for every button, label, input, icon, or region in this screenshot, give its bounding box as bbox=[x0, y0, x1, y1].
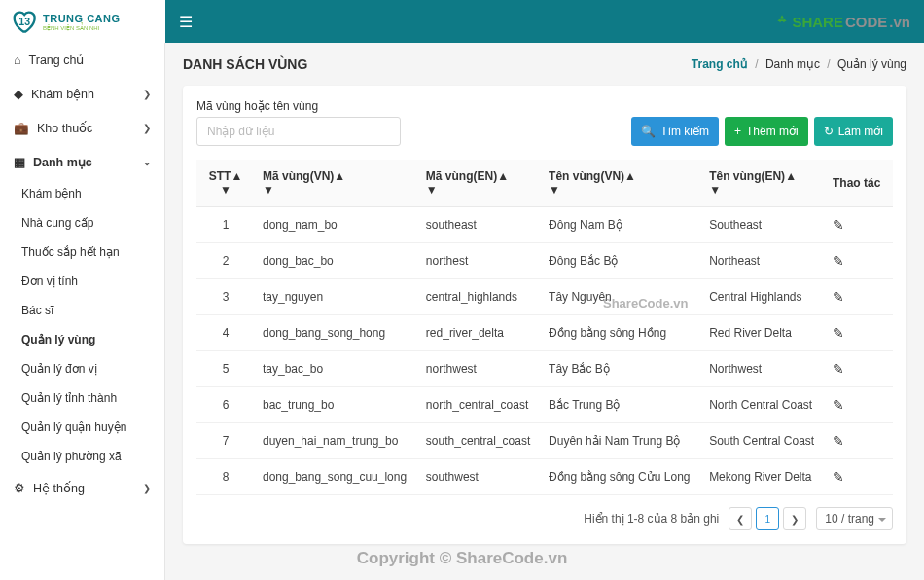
add-button[interactable]: +Thêm mới bbox=[725, 117, 808, 146]
edit-icon[interactable]: ✎ bbox=[833, 217, 844, 233]
cell-stt: 8 bbox=[196, 459, 255, 495]
cell-name-en: Mekong River Delta bbox=[701, 459, 825, 495]
cell-name-vn: Tây Bắc Bộ bbox=[541, 351, 701, 387]
chevron-down-icon: ⌄ bbox=[143, 157, 151, 167]
sidebar-sub-2[interactable]: Thuốc sắp hết hạn bbox=[0, 237, 164, 267]
cell-stt: 5 bbox=[196, 351, 255, 387]
sidebar-sub-7[interactable]: Quản lý tỉnh thành bbox=[0, 383, 164, 413]
pager-next[interactable]: ❯ bbox=[783, 507, 806, 530]
sidebar-item-0[interactable]: ⌂Trang chủ bbox=[0, 43, 164, 77]
cell-code-en: northwest bbox=[418, 351, 541, 387]
edit-icon[interactable]: ✎ bbox=[833, 397, 844, 413]
page-title: DANH SÁCH VÙNG bbox=[183, 56, 307, 72]
sidebar-sub-0[interactable]: Khám bệnh bbox=[0, 179, 164, 208]
cell-code-en: southeast bbox=[418, 207, 541, 243]
sidebar-item-2[interactable]: 💼Kho thuốc❯ bbox=[0, 111, 164, 145]
cell-code-en: red_river_delta bbox=[418, 315, 541, 351]
cell-name-vn: Tây Nguyên bbox=[541, 279, 701, 315]
sidebar-item-1[interactable]: ◆Khám bệnh❯ bbox=[0, 77, 164, 111]
cell-code-vn: tay_bac_bo bbox=[255, 351, 418, 387]
filter-label: Mã vùng hoặc tên vùng bbox=[196, 99, 401, 113]
pager-prev[interactable]: ❮ bbox=[729, 507, 752, 530]
cell-name-vn: Đông Bắc Bộ bbox=[541, 243, 701, 279]
cell-name-vn: Đồng bằng sông Hồng bbox=[541, 315, 701, 351]
home-icon: ⌂ bbox=[14, 54, 21, 67]
cell-code-vn: dong_bang_song_hong bbox=[255, 315, 418, 351]
table-row: 7duyen_hai_nam_trung_bosouth_central_coa… bbox=[196, 423, 893, 459]
pager-perpage-select[interactable]: 10 / trang bbox=[816, 507, 893, 530]
cell-name-vn: Duyên hải Nam Trung Bộ bbox=[541, 423, 701, 459]
sidebar-sub-4[interactable]: Bác sĩ bbox=[0, 296, 164, 325]
sidebar-sub-5[interactable]: Quản lý vùng bbox=[0, 325, 164, 354]
table-row: 4dong_bang_song_hongred_river_deltaĐồng … bbox=[196, 315, 893, 351]
pager-page-1[interactable]: 1 bbox=[756, 507, 779, 530]
sidebar-item-system[interactable]: ⚙Hệ thống ❯ bbox=[0, 471, 164, 505]
cell-code-en: north_central_coast bbox=[418, 387, 541, 423]
cell-code-vn: bac_trung_bo bbox=[255, 387, 418, 423]
menu-toggle-icon[interactable]: ☰ bbox=[179, 13, 193, 31]
app-logo[interactable]: 13 TRUNG CANG BỆNH VIỆN SẢN NHI bbox=[0, 0, 165, 43]
svg-text:13: 13 bbox=[18, 16, 30, 27]
cell-name-en: Northeast bbox=[701, 243, 825, 279]
cell-name-vn: Đông Nam Bộ bbox=[541, 207, 701, 243]
recycle-icon bbox=[774, 14, 790, 29]
sharecode-logo: SHARECODE.vn bbox=[774, 14, 910, 30]
search-button[interactable]: 🔍Tìm kiếm bbox=[631, 117, 719, 146]
cell-code-vn: dong_bang_song_cuu_long bbox=[255, 459, 418, 495]
cell-stt: 7 bbox=[196, 423, 255, 459]
search-icon: 🔍 bbox=[641, 125, 656, 138]
cell-name-vn: Bắc Trung Bộ bbox=[541, 387, 701, 423]
heart-logo-icon: 13 bbox=[10, 8, 37, 35]
cell-stt: 6 bbox=[196, 387, 255, 423]
diamond-icon: ◆ bbox=[14, 87, 23, 101]
edit-icon[interactable]: ✎ bbox=[833, 289, 844, 305]
sidebar-sub-8[interactable]: Quản lý quận huyện bbox=[0, 413, 164, 442]
sidebar-sub-3[interactable]: Đơn vị tính bbox=[0, 267, 164, 296]
refresh-icon: ↻ bbox=[824, 125, 834, 138]
table-row: 8dong_bang_song_cuu_longsouthwestĐồng bằ… bbox=[196, 459, 893, 495]
cell-name-en: South Central Coast bbox=[701, 423, 825, 459]
cell-name-en: North Central Coast bbox=[701, 387, 825, 423]
edit-icon[interactable]: ✎ bbox=[833, 469, 844, 485]
edit-icon[interactable]: ✎ bbox=[833, 361, 844, 377]
cell-code-vn: tay_nguyen bbox=[255, 279, 418, 315]
cell-stt: 1 bbox=[196, 207, 255, 243]
cell-name-en: Southeast bbox=[701, 207, 825, 243]
col-code-vn[interactable]: Mã vùng(VN)▲▼ bbox=[255, 160, 418, 207]
table-row: 6bac_trung_bonorth_central_coastBắc Trun… bbox=[196, 387, 893, 423]
sidebar-sub-1[interactable]: Nhà cung cấp bbox=[0, 208, 164, 237]
refresh-button[interactable]: ↻Làm mới bbox=[814, 117, 893, 146]
breadcrumb-cat[interactable]: Danh mục bbox=[765, 57, 820, 71]
edit-icon[interactable]: ✎ bbox=[833, 433, 844, 449]
sidebar-item-label: Khám bệnh bbox=[31, 87, 94, 101]
chevron-right-icon: ❯ bbox=[143, 89, 151, 99]
col-stt[interactable]: STT▲▼ bbox=[196, 160, 255, 207]
breadcrumb: Trang chủ / Danh mục / Quản lý vùng bbox=[692, 57, 906, 71]
pager-info: Hiển thị 1-8 của 8 bản ghi bbox=[584, 512, 719, 526]
col-code-en[interactable]: Mã vùng(EN)▲▼ bbox=[418, 160, 541, 207]
sidebar-sub-6[interactable]: Quản lý đơn vị bbox=[0, 354, 164, 383]
sidebar-item-3[interactable]: ▦Danh mục⌄ bbox=[0, 145, 164, 179]
cell-name-en: Red River Delta bbox=[701, 315, 825, 351]
plus-icon: + bbox=[734, 125, 741, 138]
grid-icon: ▦ bbox=[14, 155, 25, 169]
cell-code-vn: dong_nam_bo bbox=[255, 207, 418, 243]
breadcrumb-home[interactable]: Trang chủ bbox=[692, 57, 748, 71]
cell-code-vn: duyen_hai_nam_trung_bo bbox=[255, 423, 418, 459]
chevron-right-icon: ❯ bbox=[143, 123, 151, 133]
table-row: 3tay_nguyencentral_highlandsTây NguyênCe… bbox=[196, 279, 893, 315]
cell-code-en: southwest bbox=[418, 459, 541, 495]
edit-icon[interactable]: ✎ bbox=[833, 325, 844, 341]
logo-brand: TRUNG CANG bbox=[43, 13, 121, 24]
bag-icon: 💼 bbox=[14, 121, 29, 135]
cell-code-vn: dong_bac_bo bbox=[255, 243, 418, 279]
cell-stt: 3 bbox=[196, 279, 255, 315]
col-name-vn[interactable]: Tên vùng(VN)▲▼ bbox=[541, 160, 701, 207]
col-name-en[interactable]: Tên vùng(EN)▲▼ bbox=[701, 160, 825, 207]
sidebar-sub-9[interactable]: Quản lý phường xã bbox=[0, 442, 164, 471]
chevron-right-icon: ❯ bbox=[143, 483, 151, 493]
edit-icon[interactable]: ✎ bbox=[833, 253, 844, 269]
filter-input[interactable] bbox=[196, 117, 401, 146]
table-row: 1dong_nam_bosoutheastĐông Nam BộSoutheas… bbox=[196, 207, 893, 243]
sidebar-item-label: Trang chủ bbox=[29, 53, 85, 67]
